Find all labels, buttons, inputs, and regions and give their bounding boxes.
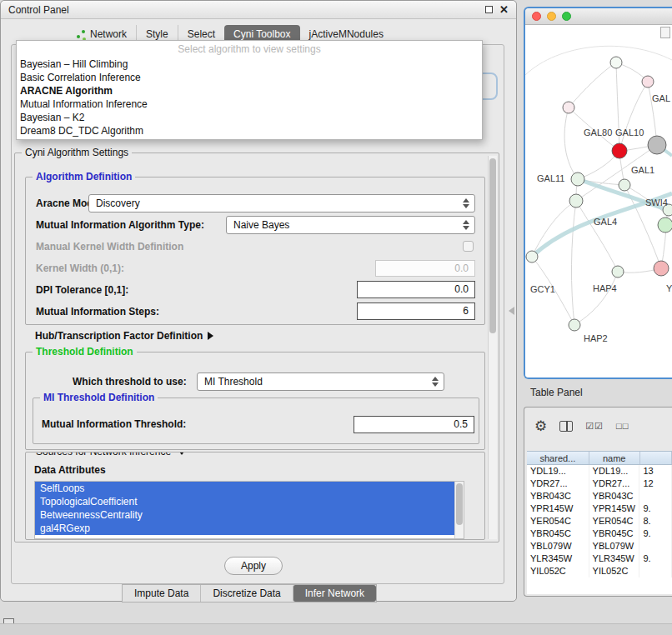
table-cell: YDL19... bbox=[589, 465, 640, 478]
table-cell: YPR145W bbox=[589, 502, 640, 515]
table-row[interactable]: YBL079WYBL079W bbox=[527, 540, 672, 552]
tab-label: Network bbox=[90, 28, 127, 40]
mi-threshold-field[interactable]: 0.5 bbox=[354, 416, 474, 433]
attribute-item[interactable]: gal4RGexp bbox=[35, 522, 464, 535]
table-cell: YDR27... bbox=[527, 478, 589, 490]
network-node-gal1[interactable] bbox=[619, 179, 630, 191]
network-node-pale[interactable] bbox=[610, 57, 622, 68]
network-node-hap2[interactable] bbox=[569, 319, 580, 331]
table-cell: YPR145W bbox=[527, 502, 589, 515]
attribute-item[interactable]: SelfLoops bbox=[35, 482, 464, 495]
gear-icon[interactable]: ⚙ bbox=[534, 419, 547, 433]
bottom-tab-bar: Impute DataDiscretize DataInfer Network bbox=[122, 584, 377, 602]
table-cell: YLR345W bbox=[589, 552, 640, 565]
network-node-gal4[interactable] bbox=[569, 194, 583, 208]
data-attributes-list: SelfLoopsTopologicalCoefficientBetweenne… bbox=[35, 482, 464, 535]
network-node-gal10[interactable] bbox=[612, 143, 627, 158]
mi-type-value: Naive Bayes bbox=[233, 219, 462, 231]
algorithm-option[interactable]: Bayesian – Hill Climbing bbox=[17, 58, 482, 71]
attributes-scrollbar-thumb[interactable] bbox=[456, 483, 463, 525]
node-label: GCY1 bbox=[530, 284, 555, 294]
dpi-tolerance-field[interactable]: 0.0 bbox=[357, 281, 475, 298]
control-panel-window: Control Panel ✕ NetworkStyleSelectCyni T… bbox=[0, 0, 517, 602]
algorithm-option[interactable]: Bayesian – K2 bbox=[17, 111, 482, 124]
which-threshold-label: Which threshold to use: bbox=[73, 376, 187, 388]
node-label: GAL4 bbox=[594, 217, 617, 227]
close-icon[interactable]: ✕ bbox=[499, 4, 509, 15]
network-node-pink-top[interactable] bbox=[642, 76, 654, 88]
network-node-gcy1[interactable] bbox=[526, 251, 538, 262]
hub-tf-definition-toggle[interactable]: Hub/Transcription Factor Definition bbox=[35, 330, 213, 342]
network-edge bbox=[571, 201, 576, 325]
attribute-item[interactable]: TopologicalCoefficient bbox=[35, 495, 464, 508]
columns-icon[interactable] bbox=[559, 421, 573, 432]
node-label: SWI4 bbox=[645, 198, 668, 208]
kernel-width-label: Kernel Width (0,1): bbox=[36, 262, 124, 274]
minimize-traffic-light[interactable] bbox=[547, 12, 556, 21]
table-cell: 8. bbox=[639, 515, 672, 528]
table-cell: YLR345W bbox=[527, 552, 589, 565]
algorithm-option[interactable]: ARACNE Algorithm bbox=[17, 84, 482, 98]
table-cell: YBL079W bbox=[589, 540, 640, 552]
table-row[interactable]: YLR345WYLR345W9. bbox=[527, 552, 672, 565]
network-node-mid[interactable] bbox=[612, 266, 624, 278]
column-header[interactable]: shared... bbox=[527, 452, 589, 464]
network-edge bbox=[569, 62, 616, 108]
select-all-checks-icon[interactable]: ☑☑ bbox=[585, 421, 604, 432]
network-node-gal11[interactable] bbox=[571, 172, 584, 186]
table-cell: YBR045C bbox=[527, 528, 589, 540]
table-row[interactable]: YDR27...YDR27...12 bbox=[527, 478, 672, 490]
tab-impute-data[interactable]: Impute Data bbox=[123, 585, 200, 602]
network-view-window: GAL80GAL10GAL11GAL1SWI4GAL4GCY1HAP4HAP2G… bbox=[524, 7, 672, 379]
network-node-gray[interactable] bbox=[648, 136, 666, 154]
manual-kernel-checkbox[interactable] bbox=[463, 241, 474, 252]
column-header[interactable] bbox=[640, 452, 672, 464]
table-row[interactable]: YER054CYER054C8. bbox=[527, 515, 672, 528]
apply-button[interactable]: Apply bbox=[224, 557, 283, 575]
which-threshold-select[interactable]: MI Threshold bbox=[197, 372, 444, 391]
table-panel-window: ⚙ ☑☑ □□ shared...name YDL19...YDL19...13… bbox=[524, 407, 672, 597]
node-label: GAL10 bbox=[615, 128, 644, 138]
tab-discretize-data[interactable]: Discretize Data bbox=[200, 585, 292, 602]
splitter-collapse-arrow[interactable] bbox=[509, 307, 514, 315]
table-row[interactable]: YPR145WYPR145W9. bbox=[527, 502, 672, 515]
settings-scrollbar-thumb[interactable] bbox=[489, 158, 496, 333]
table-row[interactable]: YBR043CYBR043C bbox=[527, 490, 672, 502]
table-cell: 9. bbox=[639, 528, 672, 540]
algorithm-option[interactable]: Mutual Information Inference bbox=[17, 98, 482, 111]
table-row[interactable]: YIL052CYIL052C bbox=[527, 565, 672, 578]
zoom-traffic-light[interactable] bbox=[562, 12, 571, 21]
mi-algorithm-type-select[interactable]: Naive Bayes bbox=[226, 216, 475, 234]
deselect-all-boxes-icon[interactable]: □□ bbox=[616, 421, 629, 431]
desktop: Control Panel ✕ NetworkStyleSelectCyni T… bbox=[0, 0, 672, 635]
canvas-scroll-button[interactable] bbox=[660, 27, 670, 38]
column-header[interactable]: name bbox=[589, 452, 640, 464]
table-row[interactable]: YBR045CYBR045C9. bbox=[527, 528, 672, 540]
network-node-green-edge[interactable] bbox=[658, 218, 672, 232]
table-header-row: shared...name bbox=[527, 451, 672, 465]
aracne-mode-select[interactable]: Discovery bbox=[88, 194, 475, 212]
settings-scrollbar[interactable] bbox=[488, 156, 497, 539]
attribute-item[interactable]: BetweennessCentrality bbox=[35, 508, 464, 522]
algorithm-option[interactable]: Dream8 DC_TDC Algorithm bbox=[17, 124, 482, 138]
sources-title[interactable]: Sources for Network Inference bbox=[33, 452, 189, 458]
table-cell: YIL052C bbox=[589, 565, 640, 578]
mi-steps-field[interactable]: 6 bbox=[357, 302, 475, 320]
control-panel-titlebar: Control Panel ✕ bbox=[1, 1, 516, 19]
data-attributes-listbox: SelfLoopsTopologicalCoefficientBetweenne… bbox=[34, 481, 464, 539]
table-cell: YBL079W bbox=[527, 540, 589, 552]
kernel-width-field[interactable]: 0.0 bbox=[375, 260, 475, 277]
node-label: HAP2 bbox=[584, 333, 608, 343]
table-body: YDL19...YDL19...13YDR27...YDR27...12YBR0… bbox=[527, 465, 672, 578]
node-label: HAP4 bbox=[593, 283, 617, 293]
table-row[interactable]: YDL19...YDL19...13 bbox=[527, 465, 672, 478]
tab-infer-network[interactable]: Infer Network bbox=[293, 585, 376, 602]
network-node-pink-left[interactable] bbox=[563, 102, 574, 113]
dpi-tolerance-label: DPI Tolerance [0,1]: bbox=[36, 284, 128, 296]
network-node-hap4[interactable] bbox=[654, 261, 669, 276]
network-canvas[interactable]: GAL80GAL10GAL11GAL1SWI4GAL4GCY1HAP4HAP2G… bbox=[525, 25, 672, 378]
attributes-scrollbar[interactable] bbox=[454, 482, 464, 538]
algorithm-option[interactable]: Basic Correlation Inference bbox=[17, 71, 482, 84]
close-traffic-light[interactable] bbox=[532, 12, 541, 21]
float-window-icon[interactable] bbox=[485, 6, 493, 13]
